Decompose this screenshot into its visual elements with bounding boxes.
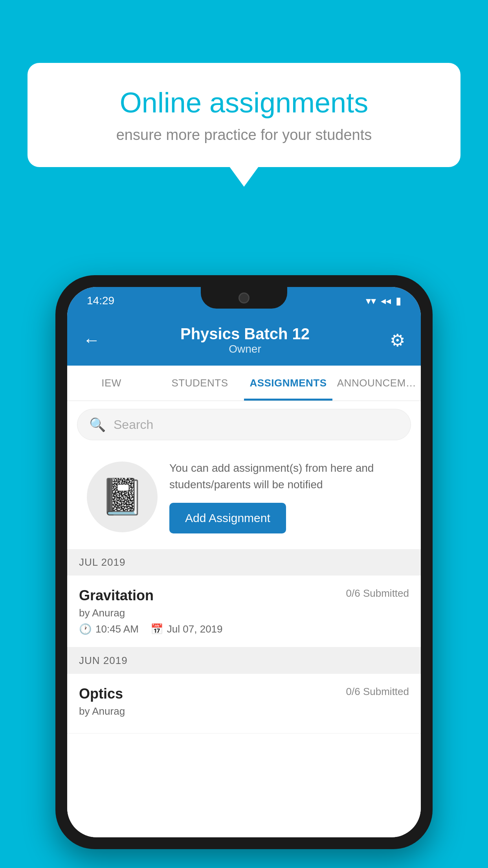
empty-state-card: 📓 You can add assignment(s) from here an… — [77, 448, 411, 545]
status-time: 14:29 — [87, 294, 114, 307]
front-camera — [238, 292, 250, 303]
settings-icon[interactable]: ⚙ — [390, 330, 405, 350]
assignment-time-gravitation: 🕐 10:45 AM — [79, 623, 139, 635]
assignment-by-optics: by Anurag — [79, 705, 409, 717]
header-subtitle: Owner — [100, 343, 390, 355]
assignment-item-gravitation[interactable]: Gravitation 0/6 Submitted by Anurag 🕐 10… — [67, 576, 421, 647]
tab-students[interactable]: STUDENTS — [156, 366, 244, 401]
tab-assignments[interactable]: ASSIGNMENTS — [244, 366, 332, 401]
phone-screen: 14:29 ▾▾ ◂◂ ▮ ← Physics Batch 12 Owner ⚙ — [67, 287, 421, 837]
clock-icon: 🕐 — [79, 623, 92, 635]
assignment-name-optics: Optics — [79, 686, 123, 702]
assignment-name-gravitation: Gravitation — [79, 587, 154, 604]
empty-state-text-area: You can add assignment(s) from here and … — [169, 460, 401, 533]
speech-bubble-section: Online assignments ensure more practice … — [28, 63, 460, 167]
phone-notch — [201, 287, 287, 309]
section-header-jul2019: JUL 2019 — [67, 549, 421, 576]
speech-bubble-subtitle: ensure more practice for your students — [59, 127, 429, 143]
calendar-icon: 📅 — [150, 623, 163, 635]
section-header-jun2019: JUN 2019 — [67, 647, 421, 674]
tab-overview[interactable]: IEW — [67, 366, 156, 401]
wifi-icon: ▾▾ — [366, 295, 376, 307]
assignment-submitted-optics: 0/6 Submitted — [346, 686, 409, 698]
phone-mockup: 14:29 ▾▾ ◂◂ ▮ ← Physics Batch 12 Owner ⚙ — [55, 275, 433, 849]
assignment-top-row: Gravitation 0/6 Submitted — [79, 587, 409, 604]
signal-icon: ◂◂ — [381, 295, 391, 307]
phone-frame: 14:29 ▾▾ ◂◂ ▮ ← Physics Batch 12 Owner ⚙ — [55, 275, 433, 849]
speech-bubble-title: Online assignments — [59, 86, 429, 119]
notebook-icon: 📓 — [100, 476, 144, 517]
header-title-area: Physics Batch 12 Owner — [100, 325, 390, 355]
speech-bubble: Online assignments ensure more practice … — [28, 63, 460, 167]
status-icons: ▾▾ ◂◂ ▮ — [366, 295, 401, 307]
back-button[interactable]: ← — [83, 330, 100, 350]
app-header: ← Physics Batch 12 Owner ⚙ — [67, 314, 421, 366]
empty-state-description: You can add assignment(s) from here and … — [169, 460, 401, 493]
tab-announcements[interactable]: ANNOUNCEM… — [332, 366, 421, 401]
assignment-meta-gravitation: 🕐 10:45 AM 📅 Jul 07, 2019 — [79, 623, 409, 635]
header-title: Physics Batch 12 — [100, 325, 390, 343]
assignment-by-gravitation: by Anurag — [79, 607, 409, 619]
assignment-date-gravitation: 📅 Jul 07, 2019 — [150, 623, 223, 635]
search-icon: 🔍 — [89, 417, 106, 432]
assignment-item-optics[interactable]: Optics 0/6 Submitted by Anurag — [67, 674, 421, 734]
battery-icon: ▮ — [396, 295, 401, 307]
search-placeholder: Search — [114, 417, 153, 432]
add-assignment-button[interactable]: Add Assignment — [169, 503, 286, 533]
assignment-submitted-gravitation: 0/6 Submitted — [346, 587, 409, 600]
tab-bar: IEW STUDENTS ASSIGNMENTS ANNOUNCEM… — [67, 366, 421, 401]
search-bar[interactable]: 🔍 Search — [77, 409, 411, 440]
assignment-top-row-optics: Optics 0/6 Submitted — [79, 686, 409, 702]
assignment-icon-circle: 📓 — [87, 462, 158, 532]
screen-content: 🔍 Search 📓 You can add assignment(s) fro… — [67, 401, 421, 837]
